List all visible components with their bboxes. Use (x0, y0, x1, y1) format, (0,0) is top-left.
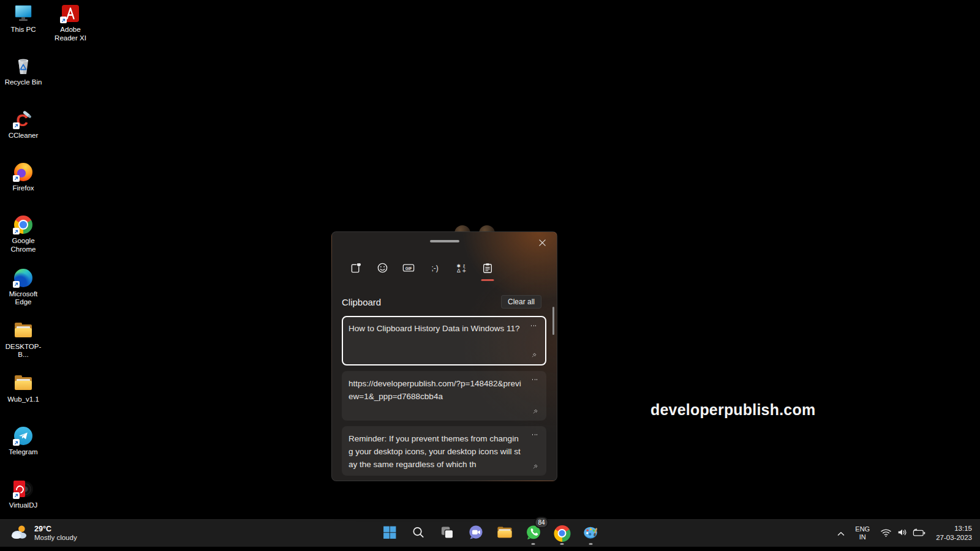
desktop-icon-wub-v1-1[interactable]: Wub_v1.1 (0, 373, 47, 404)
svg-text:+: + (462, 268, 466, 274)
gif-icon: GIF (402, 262, 415, 276)
language-indicator[interactable]: ENG IN (855, 525, 870, 541)
firefox-icon (13, 162, 34, 182)
hidden-icons-chevron[interactable] (837, 529, 845, 538)
desktop-icon-telegram[interactable]: Telegram (0, 426, 47, 457)
tab-emoji[interactable] (375, 260, 389, 277)
clipboard-item-list: How to Clipboard History Data in Windows… (342, 316, 546, 476)
clipboard-item-text: Reminder: If you prevent themes from cha… (349, 432, 522, 471)
clipboard-panel: GIF;-)✱ξΔ+ Clipboard Clear all How to Cl… (331, 231, 557, 481)
more-options-icon[interactable] (529, 375, 541, 384)
desktop-icon-label: This PC (11, 26, 36, 34)
close-icon (538, 239, 546, 249)
file-explorer-icon (496, 525, 513, 541)
desktop-icon-microsoft-edge[interactable]: Microsoft Edge (0, 268, 47, 307)
battery-icon (913, 528, 925, 539)
edge-icon (13, 268, 34, 288)
ccleaner-icon: C (13, 110, 34, 129)
weather-condition: Mostly cloudy (34, 533, 77, 542)
more-options-icon[interactable] (527, 321, 540, 330)
taskbar-whatsapp-button[interactable]: 84 (521, 521, 546, 545)
folder-icon (13, 373, 34, 393)
emoji-icon (377, 262, 388, 276)
clipboard-item[interactable]: Reminder: If you prevent themes from cha… (342, 426, 546, 476)
clipboard-item[interactable]: https://developerpublish.com/?p=148482&p… (342, 371, 546, 421)
chat-icon (467, 524, 484, 542)
notification-badge: 84 (535, 517, 549, 528)
desktop-icon-virtualdj[interactable]: VirtualDJ (0, 479, 47, 510)
chrome-icon (554, 525, 570, 542)
pin-icon[interactable] (529, 460, 541, 473)
desktop-icon-recycle-bin[interactable]: Recycle Bin (0, 56, 47, 87)
taskbar: 29°C Mostly cloudy 84 ENG IN (0, 519, 980, 547)
system-tray: ENG IN (837, 520, 980, 547)
clipboard-icon (482, 263, 493, 276)
task-view-icon (440, 525, 454, 541)
clock-date: 27-03-2023 (936, 533, 972, 542)
tab-clipboard[interactable] (481, 260, 494, 277)
desktop-icon-adobe-reader-xi[interactable]: Adobe Reader XI (47, 4, 94, 42)
search-icon (411, 525, 425, 541)
tab-most-recently-used[interactable] (349, 260, 363, 277)
taskbar-file-explorer-button[interactable] (492, 521, 517, 545)
desktop-icon-firefox[interactable]: Firefox (0, 162, 47, 193)
pin-icon[interactable] (528, 349, 540, 361)
taskbar-start-button[interactable] (377, 521, 402, 545)
tab-gif[interactable]: GIF (402, 260, 415, 277)
taskbar-paint-button[interactable] (579, 521, 603, 545)
taskbar-chrome-button[interactable] (550, 521, 575, 545)
taskbar-task-view-button[interactable] (435, 521, 459, 545)
desktop-icon-ccleaner[interactable]: C CCleaner (0, 110, 47, 140)
svg-text:Δ: Δ (456, 268, 460, 274)
scrollbar-thumb[interactable] (552, 307, 554, 335)
pin-icon[interactable] (529, 405, 541, 418)
svg-text:;-): ;-) (431, 264, 438, 272)
clipboard-item-text: https://developerpublish.com/?p=148482&p… (349, 377, 522, 403)
more-options-icon[interactable] (529, 430, 541, 439)
windows-desktop: { "desktop": { "watermark": "developerpu… (0, 0, 980, 551)
desktop-icon-label: Adobe Reader XI (50, 26, 91, 42)
desktop-icon-label: Firefox (12, 184, 34, 193)
most-recently-used-icon (350, 262, 362, 276)
wifi-icon (880, 528, 892, 539)
shortcut-arrow-icon (13, 439, 20, 446)
weather-temperature: 29°C (34, 525, 77, 533)
weather-widget[interactable]: 29°C Mostly cloudy (4, 520, 83, 547)
desktop-icon-label: Telegram (9, 448, 37, 457)
desktop-icon-label: CCleaner (9, 132, 39, 140)
desktop-icon-label: Google Chrome (3, 237, 43, 253)
adobe-icon (60, 4, 81, 23)
shortcut-arrow-icon (13, 492, 20, 499)
region-code: IN (855, 533, 870, 541)
close-button[interactable] (534, 236, 550, 252)
shortcut-arrow-icon (60, 17, 67, 23)
desktop-icon-label: Recycle Bin (5, 78, 42, 87)
kaomoji-icon: ;-) (428, 262, 442, 276)
virtualdj-icon (13, 479, 34, 499)
thispc-icon (13, 4, 34, 23)
taskbar-search-button[interactable] (406, 521, 431, 545)
desktop-icon-google-chrome[interactable]: Google Chrome (0, 215, 47, 253)
chrome-icon (13, 215, 34, 234)
desktop-icon-label: Wub_v1.1 (7, 395, 39, 404)
quick-settings[interactable] (880, 528, 925, 539)
tab-kaomoji[interactable]: ;-) (428, 260, 442, 277)
desktop-icon-label: Microsoft Edge (3, 290, 43, 307)
clipboard-item-text: How to Clipboard History Data in Windows… (349, 322, 522, 335)
running-indicator (560, 543, 564, 545)
desktop-icon-desktop-b[interactable]: DESKTOP-B... (0, 321, 47, 359)
panel-drag-handle[interactable] (430, 240, 459, 242)
panel-tab-bar: GIF;-)✱ξΔ+ (349, 260, 494, 277)
clear-all-button[interactable]: Clear all (501, 295, 541, 309)
telegram-icon (13, 426, 34, 446)
desktop-icon-label: DESKTOP-B... (3, 343, 43, 359)
clipboard-item[interactable]: How to Clipboard History Data in Windows… (342, 316, 546, 365)
panel-title: Clipboard (342, 297, 381, 307)
clock[interactable]: 13:15 27-03-2023 (936, 524, 972, 542)
recycle-icon (13, 56, 34, 76)
taskbar-chat-button[interactable] (464, 521, 488, 545)
desktop-icon-this-pc[interactable]: This PC (0, 4, 47, 34)
tab-symbols[interactable]: ✱ξΔ+ (454, 260, 468, 277)
clock-time: 13:15 (936, 524, 972, 533)
language-code: ENG (855, 525, 870, 533)
